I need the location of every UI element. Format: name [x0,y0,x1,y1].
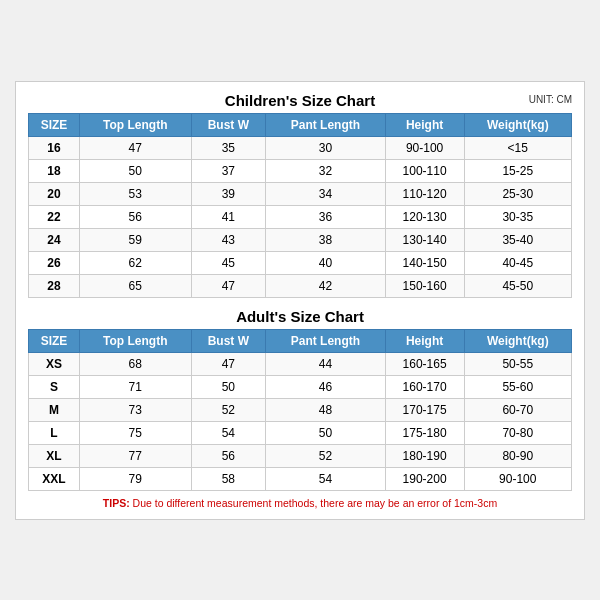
table-cell: XL [29,444,80,467]
table-cell: 58 [191,467,266,490]
table-cell: 44 [266,352,386,375]
adults-header-cell: Bust W [191,329,266,352]
table-cell: 54 [266,467,386,490]
table-cell: 150-160 [385,274,464,297]
table-cell: 80-90 [464,444,571,467]
children-header-cell: Height [385,113,464,136]
table-cell: 45-50 [464,274,571,297]
table-cell: 30 [266,136,386,159]
table-cell: 28 [29,274,80,297]
table-cell: 54 [191,421,266,444]
adults-header-cell: SIZE [29,329,80,352]
table-cell: 52 [266,444,386,467]
children-header-row: SIZETop LengthBust WPant LengthHeightWei… [29,113,572,136]
table-cell: L [29,421,80,444]
table-cell: 56 [191,444,266,467]
table-cell: 50 [79,159,191,182]
table-cell: 43 [191,228,266,251]
table-cell: 39 [191,182,266,205]
table-cell: 52 [191,398,266,421]
table-cell: XS [29,352,80,375]
table-cell: 22 [29,205,80,228]
table-cell: 16 [29,136,80,159]
table-cell: 35-40 [464,228,571,251]
adults-title: Adult's Size Chart [236,308,364,325]
table-cell: 170-175 [385,398,464,421]
table-row: XXL795854190-20090-100 [29,467,572,490]
table-cell: 47 [191,352,266,375]
table-cell: 40 [266,251,386,274]
table-cell: 18 [29,159,80,182]
table-cell: 50 [191,375,266,398]
adults-header-row: SIZETop LengthBust WPant LengthHeightWei… [29,329,572,352]
unit-label: UNIT: CM [529,94,572,105]
table-row: 28654742150-16045-50 [29,274,572,297]
table-cell: 77 [79,444,191,467]
children-table: SIZETop LengthBust WPant LengthHeightWei… [28,113,572,298]
table-cell: 71 [79,375,191,398]
tips-label: TIPS: [103,497,130,509]
table-row: 24594338130-14035-40 [29,228,572,251]
table-cell: 55-60 [464,375,571,398]
table-cell: 46 [266,375,386,398]
table-row: XL775652180-19080-90 [29,444,572,467]
table-cell: M [29,398,80,421]
table-cell: 180-190 [385,444,464,467]
children-title-row: Children's Size Chart UNIT: CM [28,92,572,109]
table-cell: 140-150 [385,251,464,274]
table-cell: 90-100 [464,467,571,490]
table-cell: 15-25 [464,159,571,182]
table-cell: 50 [266,421,386,444]
table-cell: 56 [79,205,191,228]
table-cell: 40-45 [464,251,571,274]
children-title: Children's Size Chart [225,92,375,109]
adults-header-cell: Top Length [79,329,191,352]
children-header-cell: SIZE [29,113,80,136]
adults-table: SIZETop LengthBust WPant LengthHeightWei… [28,329,572,491]
table-cell: 45 [191,251,266,274]
table-cell: 70-80 [464,421,571,444]
table-cell: 60-70 [464,398,571,421]
adults-title-row: Adult's Size Chart [28,308,572,325]
adults-header-cell: Weight(kg) [464,329,571,352]
table-cell: 48 [266,398,386,421]
table-cell: 190-200 [385,467,464,490]
table-cell: 34 [266,182,386,205]
children-header-cell: Bust W [191,113,266,136]
table-cell: 53 [79,182,191,205]
table-row: 1647353090-100<15 [29,136,572,159]
table-cell: 47 [79,136,191,159]
table-row: 18503732100-11015-25 [29,159,572,182]
tips-row: TIPS: Due to different measurement metho… [28,497,572,509]
table-cell: 38 [266,228,386,251]
table-cell: 50-55 [464,352,571,375]
table-cell: 32 [266,159,386,182]
table-cell: 160-170 [385,375,464,398]
table-cell: 42 [266,274,386,297]
table-cell: 36 [266,205,386,228]
table-row: 26624540140-15040-45 [29,251,572,274]
table-cell: 65 [79,274,191,297]
table-cell: 26 [29,251,80,274]
table-cell: S [29,375,80,398]
table-cell: 90-100 [385,136,464,159]
table-cell: 41 [191,205,266,228]
table-row: M735248170-17560-70 [29,398,572,421]
table-cell: 59 [79,228,191,251]
table-cell: <15 [464,136,571,159]
table-cell: 68 [79,352,191,375]
table-cell: 35 [191,136,266,159]
table-cell: 100-110 [385,159,464,182]
table-row: 20533934110-12025-30 [29,182,572,205]
size-chart-container: Children's Size Chart UNIT: CM SIZETop L… [15,81,585,520]
table-cell: XXL [29,467,80,490]
table-row: 22564136120-13030-35 [29,205,572,228]
table-cell: 73 [79,398,191,421]
children-header-cell: Weight(kg) [464,113,571,136]
table-row: L755450175-18070-80 [29,421,572,444]
table-cell: 160-165 [385,352,464,375]
table-row: XS684744160-16550-55 [29,352,572,375]
children-header-cell: Pant Length [266,113,386,136]
table-cell: 24 [29,228,80,251]
adults-header-cell: Height [385,329,464,352]
